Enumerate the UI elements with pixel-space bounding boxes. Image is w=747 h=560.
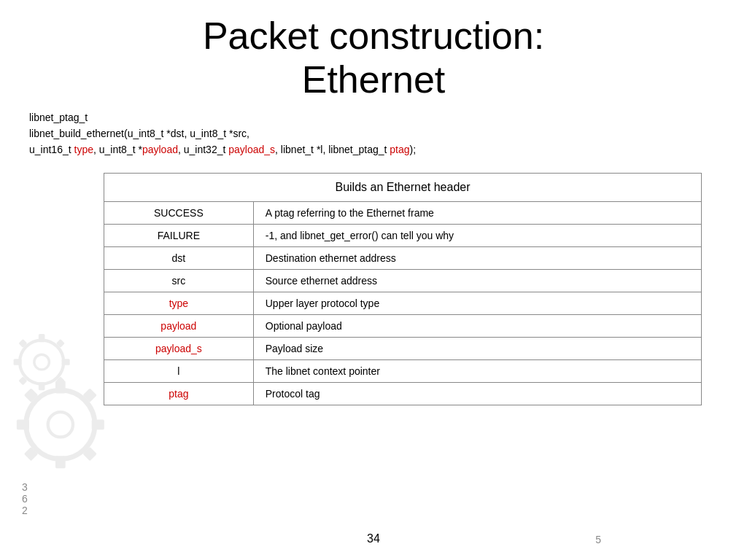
func-type: type [74,144,93,155]
table-row: dstDestination ethernet address [104,246,702,269]
main-title: Packet construction: Ethernet [29,15,718,102]
func-middle: , u_int32_t [178,144,228,155]
table-cell-left-0: SUCCESS [104,201,254,224]
func-payloads: payload_s [228,144,275,155]
svg-rect-8 [24,447,38,461]
table-row: lThe libnet context pointer [104,359,702,382]
table-row: payloadOptional payload [104,314,702,337]
svg-point-0 [26,390,95,459]
table-cell-left-7: l [104,359,254,382]
table-cell-left-1: FAILURE [104,224,254,246]
table-cell-right-0: A ptag referring to the Ethernet frame [253,201,701,224]
svg-rect-3 [55,456,66,468]
svg-point-1 [48,412,73,437]
parameters-table: Builds an Ethernet header SUCCESSA ptag … [104,173,702,405]
table-cell-right-6: Payload size [253,337,701,359]
svg-point-10 [20,341,63,384]
title-line1: Packet construction: [203,15,544,57]
svg-rect-5 [92,419,104,429]
page-container: Packet construction: Ethernet libnet_pta… [0,0,747,560]
function-line1: libnet_build_ethernet(u_int8_t *dst, u_i… [29,125,718,141]
title-line2: Ethernet [302,58,446,101]
table-cell-right-8: Protocol tag [253,382,701,405]
slide-num-bot: 2 [22,505,28,516]
table-cell-right-7: The libnet context pointer [253,359,701,382]
table-cell-right-2: Destination ethernet address [253,246,701,269]
libnet-type-label: libnet_ptag_t [29,109,718,125]
table-row: srcSource ethernet address [104,269,702,292]
func-name: libnet_build_ethernet( [29,128,128,139]
svg-rect-17 [56,339,65,348]
svg-rect-4 [17,419,29,429]
svg-rect-19 [56,376,65,385]
slide-num-mid: 6 [22,493,28,505]
func-payload: payload [142,144,178,155]
svg-rect-13 [39,382,45,390]
svg-rect-7 [82,388,96,402]
svg-point-11 [34,354,50,370]
main-table-section: Builds an Ethernet header SUCCESSA ptag … [102,173,703,405]
function-signature-block: libnet_ptag_t libnet_build_ethernet(u_in… [29,109,718,158]
func-close: ); [410,144,417,155]
func-after-type: , u_int8_t * [93,144,142,155]
svg-rect-12 [39,334,45,342]
svg-rect-6 [24,388,38,402]
slide-num-top: 3 [22,481,28,493]
svg-rect-15 [62,359,70,365]
svg-rect-14 [14,359,22,365]
slide-number-5: 5 [595,534,601,545]
slide-number-3: 3 6 2 [22,481,28,516]
table-cell-right-3: Source ethernet address [253,269,701,292]
table-cell-left-5: payload [104,314,254,337]
svg-rect-16 [18,339,27,348]
func-params1: u_int8_t *dst, u_int8_t *src, [128,128,249,139]
table-header-cell: Builds an Ethernet header [104,173,702,201]
title-section: Packet construction: Ethernet [29,15,718,102]
table-row: ptagProtocol tag [104,382,702,405]
table-cell-left-2: dst [104,246,254,269]
table-row: FAILURE-1, and libnet_get_error() can te… [104,224,702,246]
table-cell-right-4: Upper layer protocol type [253,292,701,314]
func-end: , libnet_t *l, libnet_ptag_t [275,144,390,155]
table-cell-left-4: type [104,292,254,314]
table-row: payload_sPayload size [104,337,702,359]
svg-rect-18 [18,376,27,385]
table-row: SUCCESSA ptag referring to the Ethernet … [104,201,702,224]
svg-rect-2 [55,381,66,393]
table-header-row: Builds an Ethernet header [104,173,702,201]
page-number: 34 [367,532,380,545]
table-cell-right-1: -1, and libnet_get_error() can tell you … [253,224,701,246]
table-cell-left-3: src [104,269,254,292]
table-cell-right-5: Optional payload [253,314,701,337]
table-row: typeUpper layer protocol type [104,292,702,314]
table-cell-left-8: ptag [104,382,254,405]
table-cell-left-6: payload_s [104,337,254,359]
function-line2: u_int16_t type, u_int8_t *payload, u_int… [29,141,718,158]
svg-rect-9 [82,447,96,461]
func-ptag: ptag [390,144,409,155]
func-uint16: u_int16_t [29,144,74,155]
